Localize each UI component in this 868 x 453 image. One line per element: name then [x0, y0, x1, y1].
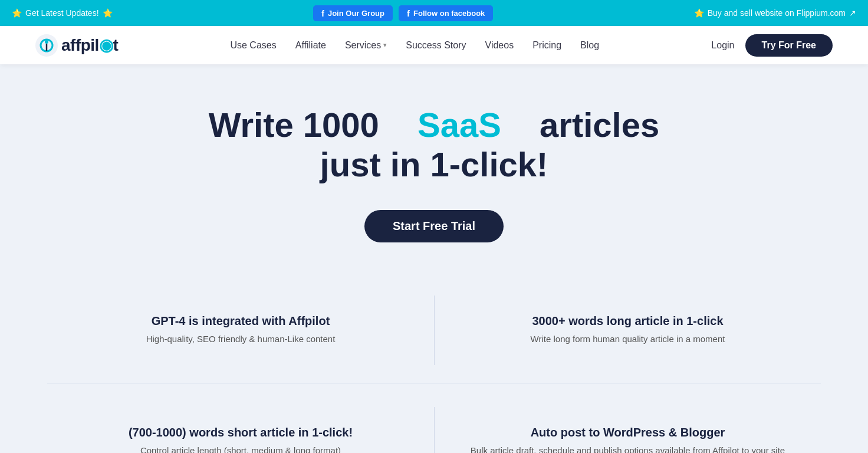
- feature-gpt4-desc: High-quality, SEO friendly & human-Like …: [65, 333, 416, 346]
- nav-item-use-cases[interactable]: Use Cases: [230, 40, 276, 51]
- nav-item-success-story[interactable]: Success Story: [406, 40, 466, 51]
- feature-short-article-title: (700-1000) words short article in 1-clic…: [65, 426, 416, 439]
- nav-item-blog[interactable]: Blog: [580, 40, 599, 51]
- nav-item-pricing[interactable]: Pricing: [532, 40, 561, 51]
- hero-animated-word: SaaS: [389, 106, 530, 145]
- hero-line2: just in 1-click!: [320, 145, 548, 183]
- hero-line1: Write 1000 SaaS articles: [209, 106, 660, 144]
- svg-point-2: [45, 40, 48, 44]
- features-grid-2: (700-1000) words short article in 1-clic…: [0, 383, 868, 453]
- main-nav: affpil◉t Use Cases Affiliate Services ▾ …: [0, 26, 868, 64]
- nav-right: Login Try For Free: [711, 34, 833, 57]
- right-star-icon: ⭐: [694, 8, 704, 18]
- logo-text: affpil◉t: [61, 35, 118, 55]
- feature-short-article: (700-1000) words short article in 1-clic…: [47, 407, 434, 453]
- login-button[interactable]: Login: [711, 40, 734, 51]
- join-group-button[interactable]: f Join Our Group: [313, 5, 393, 21]
- feature-gpt4: GPT-4 is integrated with Affpilot High-q…: [47, 296, 434, 365]
- nav-links: Use Cases Affiliate Services ▾ Success S…: [230, 40, 599, 51]
- right-notice-text: Buy and sell website on Flippium.com: [708, 8, 846, 18]
- start-trial-button[interactable]: Start Free Trial: [364, 210, 504, 242]
- nav-item-videos[interactable]: Videos: [485, 40, 514, 51]
- follow-facebook-button[interactable]: f Follow on facebook: [399, 5, 493, 21]
- left-star-icon: ⭐: [12, 8, 22, 18]
- follow-facebook-label: Follow on facebook: [413, 9, 485, 18]
- feature-long-article-desc: Write long form human quality article in…: [452, 333, 803, 346]
- hero-prefix: Write 1000: [209, 106, 379, 144]
- announcement-bar: ⭐ Get Latest Updates! ⭐ f Join Our Group…: [0, 0, 868, 26]
- services-chevron-icon: ▾: [383, 41, 387, 49]
- right-notice[interactable]: ⭐ Buy and sell website on Flippium.com ↗: [694, 8, 856, 18]
- hero-section: Write 1000 SaaS articles just in 1-click…: [0, 64, 868, 272]
- feature-short-article-desc: Control article length (short, medium & …: [65, 444, 416, 453]
- nav-item-services[interactable]: Services ▾: [345, 40, 387, 51]
- feature-long-article: 3000+ words long article in 1-click Writ…: [434, 296, 821, 365]
- left-notice-text: Get Latest Updates!: [25, 8, 99, 18]
- logo[interactable]: affpil◉t: [35, 34, 118, 57]
- feature-autopost-title: Auto post to WordPress & Blogger: [452, 426, 803, 439]
- try-free-button[interactable]: Try For Free: [745, 34, 833, 57]
- feature-autopost-desc: Bulk article draft, schedule and publish…: [452, 444, 803, 453]
- external-link-icon: ↗: [849, 8, 856, 18]
- hero-suffix: articles: [540, 106, 659, 144]
- facebook-icon-2: f: [407, 8, 410, 18]
- facebook-icon: f: [321, 8, 324, 18]
- nav-item-affiliate[interactable]: Affiliate: [295, 40, 326, 51]
- feature-long-article-title: 3000+ words long article in 1-click: [452, 314, 803, 328]
- hero-headline: Write 1000 SaaS articles just in 1-click…: [24, 106, 844, 184]
- feature-autopost: Auto post to WordPress & Blogger Bulk ar…: [434, 407, 821, 453]
- feature-gpt4-title: GPT-4 is integrated with Affpilot: [65, 314, 416, 328]
- logo-icon: [35, 34, 58, 57]
- social-buttons: f Join Our Group f Follow on facebook: [313, 5, 493, 21]
- left-notice: ⭐ Get Latest Updates! ⭐: [12, 8, 113, 18]
- join-group-label: Join Our Group: [328, 9, 384, 18]
- left-star2-icon: ⭐: [103, 8, 113, 18]
- features-grid: GPT-4 is integrated with Affpilot High-q…: [0, 272, 868, 383]
